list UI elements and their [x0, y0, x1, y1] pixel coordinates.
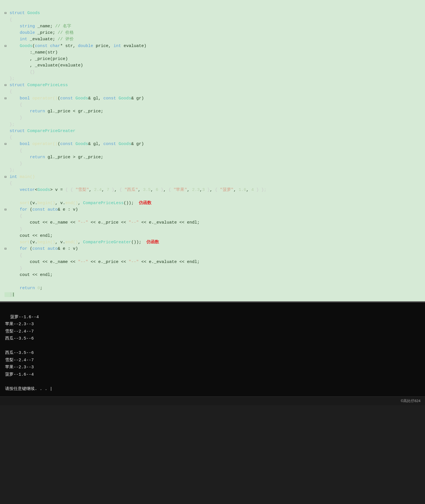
terminal-output: 菠萝--1.6--4 苹果--2.3--3 雪梨--2.4--7 西瓜--3.5… [5, 315, 52, 391]
code-panel: ⊟struct Goods { string _name; // 名字 doub… [0, 0, 425, 302]
footer-text: ©高比仔824 [401, 399, 420, 403]
footer: ©高比仔824 [0, 396, 425, 405]
terminal-panel: 菠萝--1.6--4 苹果--2.3--3 雪梨--2.4--7 西瓜--3.5… [0, 302, 425, 396]
